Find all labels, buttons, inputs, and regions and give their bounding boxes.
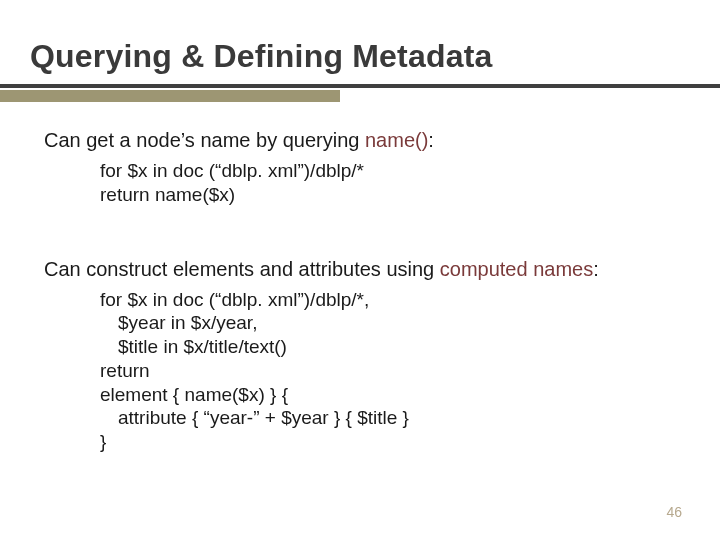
code-line: return name($x)	[100, 183, 684, 207]
section2-lead-pre: Can construct elements and attributes us…	[44, 258, 440, 280]
code-line: }	[100, 430, 684, 454]
code-line: attribute { “year-” + $year } { $title }	[100, 406, 684, 430]
code-line: $year in $x/year,	[100, 311, 684, 335]
section1-code: for $x in doc (“dblp. xml”)/dblp/* retur…	[100, 159, 684, 207]
section2-lead-post: :	[593, 258, 599, 280]
code-line: return	[100, 359, 684, 383]
section2-lead: Can construct elements and attributes us…	[44, 257, 684, 282]
section1-lead-pre: Can get a node’s name by querying	[44, 129, 365, 151]
page-number: 46	[666, 504, 682, 520]
code-line: element { name($x) } {	[100, 383, 684, 407]
section1-lead-post: :	[428, 129, 434, 151]
slide-title: Querying & Defining Metadata	[30, 38, 493, 75]
divider-olive	[0, 90, 340, 102]
section-gap	[44, 229, 684, 257]
section1-lead: Can get a node’s name by querying name()…	[44, 128, 684, 153]
code-line: for $x in doc (“dblp. xml”)/dblp/*	[100, 159, 684, 183]
section2-fn: computed names	[440, 258, 593, 280]
code-line: $title in $x/title/text()	[100, 335, 684, 359]
slide-body: Can get a node’s name by querying name()…	[44, 128, 684, 476]
divider-dark	[0, 84, 720, 88]
section2-code: for $x in doc (“dblp. xml”)/dblp/*, $yea…	[100, 288, 684, 454]
code-line: for $x in doc (“dblp. xml”)/dblp/*,	[100, 288, 684, 312]
slide: Querying & Defining Metadata Can get a n…	[0, 0, 720, 540]
title-divider	[0, 84, 720, 102]
section1-fn: name()	[365, 129, 428, 151]
